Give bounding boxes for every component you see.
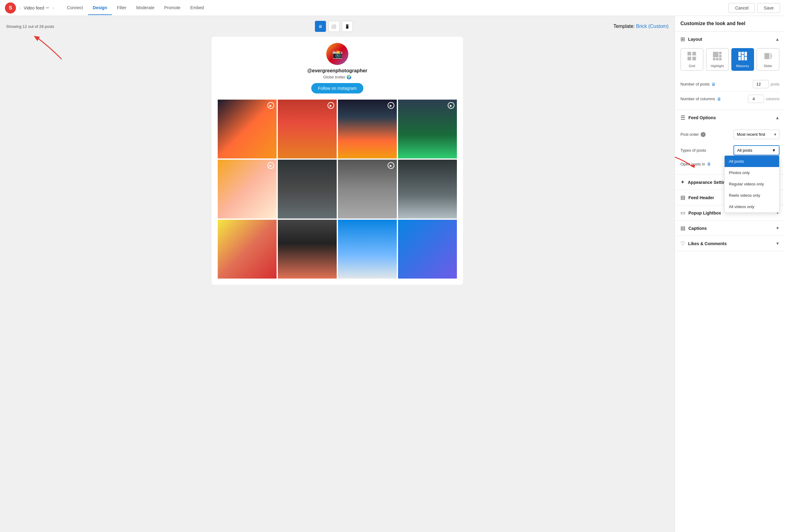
layout-section-title: Layout (688, 37, 702, 42)
layout-option-grid[interactable]: Grid (680, 48, 704, 71)
play-icon-5: ▶ (268, 162, 274, 169)
mobile-view-button[interactable]: 📱 (342, 21, 353, 32)
nav-tabs: Connect Design Filter Moderate Promote E… (62, 1, 208, 15)
tab-embed[interactable]: Embed (185, 1, 208, 15)
feed-options-header[interactable]: ☰ Feed Options ▲ (675, 110, 785, 125)
svg-rect-6 (719, 52, 721, 54)
layout-option-highlight[interactable]: Highlight (706, 48, 729, 71)
number-of-posts-row: Number of posts 🖥 posts (680, 77, 780, 91)
feed-header-icon: ▤ (680, 194, 685, 201)
tab-moderate[interactable]: Moderate (131, 1, 159, 15)
number-of-columns-row: Number of columns 🖥 columns (680, 91, 780, 106)
layout-icon: ⊞ (680, 36, 685, 43)
arrow-annotation (25, 34, 74, 66)
profile-bio: Globe trotter 🌍 (323, 75, 351, 79)
svg-rect-5 (713, 52, 718, 57)
grid-item-5: ▶ (218, 160, 277, 218)
types-of-posts-button[interactable]: All posts ▼ (733, 145, 780, 155)
dropdown-item-photos-only[interactable]: Photos only (725, 167, 779, 178)
tab-design[interactable]: Design (88, 1, 112, 15)
feed-options-content: Post order i Most recent first Oldest fi… (675, 125, 785, 175)
post-order-label: Post order i (680, 132, 706, 137)
layout-chevron-icon: ▲ (775, 37, 780, 42)
grid-item-11 (338, 220, 397, 278)
desktop-icon: 🖥 (318, 24, 322, 29)
grid-item-7: ▶ (338, 160, 397, 218)
types-of-posts-dropdown-container: All posts ▼ All posts Photos only Regula… (733, 145, 780, 155)
grid-item-4: ▶ (398, 100, 457, 158)
desktop-icon-open-posts: 🖥 (707, 161, 711, 166)
types-of-posts-dropdown-menu: All posts Photos only Regular videos onl… (724, 155, 780, 213)
grid-item-9 (218, 220, 277, 278)
captions-section[interactable]: ▤ Captions ▼ (675, 221, 785, 236)
feed-options-icon: ☰ (680, 114, 685, 121)
dropdown-item-regular-videos[interactable]: Regular videos only (725, 178, 779, 190)
post-order-select-wrapper: Most recent first Oldest first Random ▼ (733, 130, 780, 139)
layout-options: Grid Highlight (675, 47, 785, 76)
feed-header: 📸 @evergreenphotographer Globe trotter 🌍… (218, 43, 457, 94)
slider-layout-icon (758, 51, 778, 63)
dropdown-item-reels-videos[interactable]: Reels videos only (725, 190, 779, 201)
layout-section-header[interactable]: ⊞ Layout ▲ (675, 32, 785, 47)
svg-rect-15 (741, 55, 744, 60)
likes-comments-icon: ♡ (680, 240, 685, 247)
nav-separator-1: › (19, 5, 21, 11)
feed-options-section: ☰ Feed Options ▲ Post order i Most recen… (675, 110, 785, 175)
tablet-view-button[interactable]: ⬜ (328, 21, 339, 32)
grid-item-12 (398, 220, 457, 278)
popup-lightbox-label: Popup Lightbox (688, 211, 721, 215)
dropdown-item-all-posts[interactable]: All posts (725, 156, 779, 167)
tab-connect[interactable]: Connect (62, 1, 88, 15)
likes-comments-section[interactable]: ♡ Likes & Comments ▼ (675, 236, 785, 251)
desktop-view-button[interactable]: 🖥 (315, 21, 326, 32)
save-button[interactable]: Save (757, 3, 780, 13)
template-link[interactable]: Brick (Custom) (636, 24, 668, 29)
feed-options-chevron-icon: ▲ (775, 115, 780, 120)
post-order-row: Post order i Most recent first Oldest fi… (680, 127, 780, 142)
svg-rect-10 (719, 58, 721, 60)
profile-username: @evergreenphotographer (307, 68, 368, 74)
follow-instagram-button[interactable]: Follow on Instagram (311, 83, 363, 94)
likes-comments-expand-icon: ▼ (776, 241, 780, 246)
play-icon-2: ▶ (328, 102, 334, 109)
layout-option-masonry[interactable]: Masonry (731, 48, 754, 71)
desktop-icon-posts: 🖥 (711, 82, 716, 87)
grid-item-1: ▶ (218, 100, 277, 158)
layout-settings: Number of posts 🖥 posts Number of column… (675, 76, 785, 110)
post-order-info-icon[interactable]: i (701, 132, 706, 137)
svg-rect-12 (741, 52, 744, 54)
svg-marker-0 (34, 36, 40, 41)
grid-item-8 (398, 160, 457, 218)
tab-promote[interactable]: Promote (159, 1, 185, 15)
svg-rect-9 (716, 58, 718, 60)
play-icon-4: ▶ (448, 102, 454, 109)
edit-icon[interactable]: ✏ (46, 5, 49, 10)
cancel-button[interactable]: Cancel (729, 3, 755, 13)
masonry-layout-icon (733, 51, 753, 63)
popup-lightbox-icon: ▭ (680, 210, 685, 216)
svg-rect-11 (738, 52, 741, 56)
feed-preview: 📸 @evergreenphotographer Globe trotter 🌍… (211, 37, 463, 285)
play-icon-1: ▶ (268, 102, 274, 109)
dropdown-item-all-videos[interactable]: All videos only (725, 201, 779, 212)
svg-rect-7 (719, 55, 721, 57)
layout-option-slider[interactable]: Slider (757, 48, 780, 71)
columns-unit: columns (766, 97, 780, 101)
breadcrumb: Video feed ✏ (24, 5, 49, 10)
likes-comments-label: Likes & Comments (688, 241, 727, 246)
captions-icon: ▤ (680, 225, 685, 231)
avatar-image: 📸 (326, 43, 348, 65)
nav-actions: Cancel Save (729, 3, 780, 13)
brand-logo: S (5, 2, 16, 14)
svg-rect-1 (687, 52, 691, 55)
mobile-icon: 📱 (345, 24, 350, 29)
play-icon-7: ▶ (387, 162, 394, 169)
columns-count-input[interactable] (748, 95, 764, 103)
tab-filter[interactable]: Filter (112, 1, 131, 15)
svg-rect-8 (713, 58, 715, 60)
posts-count-input[interactable] (753, 80, 769, 88)
preview-pane: Showing 12 out of 28 posts 🖥 ⬜ 📱 Templat… (0, 16, 675, 532)
feed-header-label: Feed Header (688, 195, 714, 200)
right-panel: Customize the look and feel ⊞ Layout ▲ (675, 16, 785, 532)
post-order-select[interactable]: Most recent first Oldest first Random (733, 130, 780, 139)
